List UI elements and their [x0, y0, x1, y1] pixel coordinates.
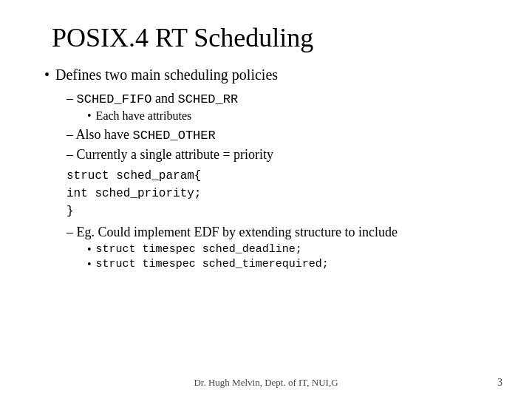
sub1-text: – SCHED_FIFO and SCHED_RR: [66, 91, 238, 106]
main-bullet: • Defines two main scheduling policies: [44, 66, 495, 83]
code-line-2: int sched_priority;: [66, 185, 495, 202]
code-line-3: }: [66, 202, 495, 220]
sub3-text: – Currently a single attribute = priorit…: [66, 147, 273, 163]
main-bullet-text: Defines two main scheduling policies: [55, 66, 278, 83]
sub4-bullet-2: • struct timespec sched_timerequired;: [87, 258, 495, 271]
sub4-bullet-1: • struct timespec sched_deadline;: [87, 243, 495, 256]
code-line-1: struct sched_param{: [66, 167, 495, 185]
sub2-item: – Also have SCHED_OTHER: [66, 127, 495, 143]
page-number: 3: [497, 377, 502, 389]
slide-title: POSIX.4 RT Scheduling: [37, 22, 495, 53]
sub1-mono2: SCHED_RR: [178, 92, 239, 106]
sub2-mono: SCHED_OTHER: [133, 129, 216, 143]
sub4-dot-2: •: [87, 258, 92, 271]
code-block: struct sched_param{ int sched_priority; …: [66, 167, 495, 220]
sub3-item: – Currently a single attribute = priorit…: [66, 147, 495, 163]
sub4-text: – Eg. Could implement EDF by extending s…: [66, 225, 398, 240]
sub1-item: – SCHED_FIFO and SCHED_RR • Each have at…: [66, 91, 495, 123]
sub1-middle: and: [152, 91, 178, 106]
sub1-sub: • Each have attributes: [87, 109, 495, 123]
sub2-text: – Also have SCHED_OTHER: [66, 127, 216, 143]
sub4-bullets: • struct timespec sched_deadline; • stru…: [87, 243, 495, 271]
footer: Dr. Hugh Melvin, Dept. of IT, NUI,G: [0, 377, 532, 389]
sub4-dot-1: •: [87, 243, 92, 256]
sub1-dash: –: [66, 91, 77, 106]
sub2-prefix: – Also have: [66, 127, 133, 142]
slide: POSIX.4 RT Scheduling • Defines two main…: [0, 0, 532, 399]
sub4-item: – Eg. Could implement EDF by extending s…: [66, 225, 495, 271]
sub1-sub-dot: •: [87, 109, 92, 123]
sub1-sub-text: Each have attributes: [96, 109, 192, 123]
sub4-code-1: struct timespec sched_deadline;: [96, 243, 302, 256]
sub1-mono1: SCHED_FIFO: [77, 92, 152, 106]
bullet-dot: •: [44, 66, 50, 83]
footer-text: Dr. Hugh Melvin, Dept. of IT, NUI,G: [194, 377, 338, 389]
sub4-code-2: struct timespec sched_timerequired;: [96, 258, 329, 270]
